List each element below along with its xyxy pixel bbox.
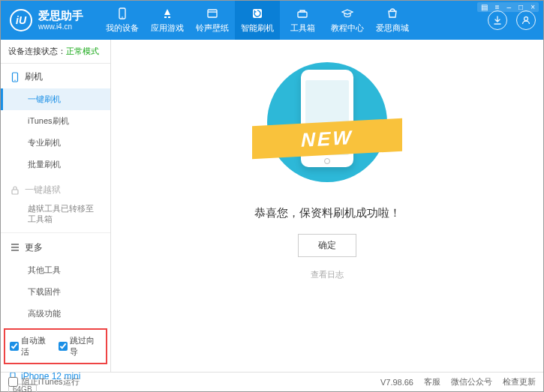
block-itunes-checkbox[interactable]: 阻止iTunes运行 bbox=[8, 376, 80, 388]
menu-icon[interactable]: ▤ bbox=[477, 2, 491, 12]
phone-home-icon bbox=[324, 158, 330, 164]
logo-area: iU 爱思助手 www.i4.cn bbox=[1, 9, 92, 31]
user-button[interactable] bbox=[516, 10, 536, 30]
app-url: www.i4.cn bbox=[38, 22, 83, 31]
nav-smart-flash[interactable]: 智能刷机 bbox=[235, 1, 280, 40]
store-icon bbox=[386, 7, 399, 20]
success-illustration: NEW bbox=[245, 62, 410, 190]
apps-icon bbox=[161, 7, 174, 20]
lock-icon bbox=[10, 185, 20, 196]
refresh-icon bbox=[251, 7, 264, 20]
footer-support[interactable]: 客服 bbox=[424, 376, 440, 388]
svg-point-1 bbox=[122, 16, 123, 18]
footer-update[interactable]: 检查更新 bbox=[503, 376, 536, 388]
skip-guide-input[interactable] bbox=[59, 342, 68, 351]
section-flash: 刷机 一键刷机 iTunes刷机 专业刷机 批量刷机 bbox=[1, 64, 110, 177]
logo-icon: iU bbox=[10, 9, 32, 31]
sidebar-item-itunes[interactable]: iTunes刷机 bbox=[1, 110, 110, 132]
confirm-button[interactable]: 确定 bbox=[298, 234, 356, 257]
jailbreak-note: 越狱工具已转移至工具箱 bbox=[1, 202, 110, 229]
sidebar-head-jailbreak[interactable]: 一键越狱 bbox=[1, 178, 110, 202]
nav-store[interactable]: 爱思商城 bbox=[370, 1, 415, 40]
download-button[interactable] bbox=[488, 10, 507, 30]
logo-text: 爱思助手 www.i4.cn bbox=[38, 10, 83, 31]
phone-outline-icon bbox=[10, 72, 20, 82]
nav-toolbox[interactable]: 工具箱 bbox=[280, 1, 325, 40]
checkbox-auto-activate[interactable]: 自动激活 bbox=[10, 335, 53, 358]
nav-tutorials[interactable]: 教程中心 bbox=[325, 1, 370, 40]
sidebar-item-batch[interactable]: 批量刷机 bbox=[1, 154, 110, 175]
svg-rect-2 bbox=[208, 10, 217, 17]
body: 设备连接状态：正常模式 刷机 一键刷机 iTunes刷机 专业刷机 批量刷机 一… bbox=[1, 40, 543, 372]
checkbox-skip-guide[interactable]: 跳过向导 bbox=[59, 335, 101, 358]
nav-ringtones[interactable]: 铃声壁纸 bbox=[190, 1, 235, 40]
view-log-link[interactable]: 查看日志 bbox=[311, 269, 344, 280]
block-itunes-input[interactable] bbox=[8, 377, 18, 387]
section-more: 更多 其他工具 下载固件 高级功能 bbox=[1, 235, 110, 326]
sidebar-item-other[interactable]: 其他工具 bbox=[1, 259, 110, 281]
highlighted-checkbox-panel: 自动激活 跳过向导 bbox=[4, 328, 107, 364]
status-value: 正常模式 bbox=[66, 46, 99, 55]
toolbox-icon bbox=[296, 7, 309, 20]
sidebar-item-oneclick[interactable]: 一键刷机 bbox=[1, 88, 110, 110]
divider bbox=[1, 232, 110, 233]
header-right bbox=[488, 10, 543, 30]
minimize-icon[interactable]: – bbox=[503, 2, 515, 12]
list-icon bbox=[10, 242, 20, 253]
footer-right: V7.98.66 客服 微信公众号 检查更新 bbox=[380, 376, 536, 388]
section-jailbreak: 一键越狱 越狱工具已转移至工具箱 bbox=[1, 177, 110, 231]
svg-rect-4 bbox=[298, 12, 307, 17]
nav-my-device[interactable]: 我的设备 bbox=[100, 1, 145, 40]
success-message: 恭喜您，保资料刷机成功啦！ bbox=[254, 206, 401, 220]
svg-point-7 bbox=[14, 79, 15, 80]
sidebar: 设备连接状态：正常模式 刷机 一键刷机 iTunes刷机 专业刷机 批量刷机 一… bbox=[1, 40, 111, 372]
sidebar-item-firmware[interactable]: 下载固件 bbox=[1, 281, 110, 303]
header: iU 爱思助手 www.i4.cn 我的设备 应用游戏 铃声壁纸 智能刷机 bbox=[1, 1, 543, 40]
sidebar-head-more[interactable]: 更多 bbox=[1, 236, 110, 259]
app-window: ▤ ≡ – □ × iU 爱思助手 www.i4.cn 我的设备 应用游戏 bbox=[0, 0, 544, 392]
footer: 阻止iTunes运行 V7.98.66 客服 微信公众号 检查更新 bbox=[1, 372, 543, 391]
phone-icon bbox=[116, 7, 129, 20]
sidebar-head-flash[interactable]: 刷机 bbox=[1, 65, 110, 88]
sidebar-item-pro[interactable]: 专业刷机 bbox=[1, 132, 110, 154]
graduation-icon bbox=[341, 7, 354, 20]
version-label: V7.98.66 bbox=[380, 378, 413, 387]
main-panel: NEW 恭喜您，保资料刷机成功啦！ 确定 查看日志 bbox=[111, 40, 543, 372]
auto-activate-input[interactable] bbox=[10, 342, 19, 351]
footer-wechat[interactable]: 微信公众号 bbox=[451, 376, 492, 388]
connection-status: 设备连接状态：正常模式 bbox=[1, 40, 110, 64]
nav-apps[interactable]: 应用游戏 bbox=[145, 1, 190, 40]
sidebar-item-advanced[interactable]: 高级功能 bbox=[1, 303, 110, 325]
new-ribbon: NEW bbox=[252, 118, 402, 159]
top-nav: 我的设备 应用游戏 铃声壁纸 智能刷机 工具箱 教程中心 bbox=[100, 1, 415, 40]
wallpaper-icon bbox=[206, 7, 219, 20]
svg-point-5 bbox=[524, 17, 528, 21]
svg-rect-8 bbox=[12, 190, 18, 194]
app-title: 爱思助手 bbox=[38, 10, 83, 22]
